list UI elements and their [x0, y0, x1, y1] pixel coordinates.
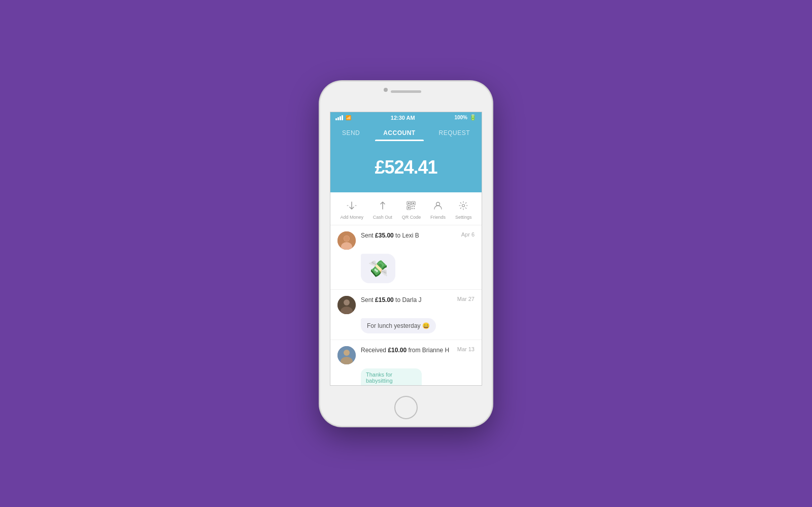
avatar — [337, 231, 356, 250]
transaction-text: Sent £35.00 to Lexi B — [361, 231, 419, 240]
svg-rect-8 — [412, 208, 413, 209]
phone-device: 📶 12:30 AM 100% 🔋 SEND ACCOUNT REQUEST £… — [320, 81, 492, 426]
settings-icon — [456, 198, 470, 213]
transaction-info: Sent £35.00 to Lexi B Apr 6 — [361, 231, 475, 240]
babysitting-message: Thanks for babysitting — [361, 368, 422, 386]
avatar — [337, 296, 356, 314]
qr-code-label: QR Code — [402, 215, 421, 220]
qr-code-button[interactable]: QR Code — [402, 198, 421, 220]
tab-request[interactable]: REQUEST — [431, 125, 479, 141]
transaction-info: Received £10.00 from Brianne H Mar 13 — [361, 346, 475, 355]
svg-point-15 — [344, 235, 350, 241]
wifi-icon: 📶 — [346, 115, 351, 120]
transaction-text: Sent £15.00 to Darla J — [361, 296, 421, 305]
settings-label: Settings — [455, 215, 472, 220]
transaction-message-text: For lunch yesterday 😄 — [361, 318, 436, 333]
tab-send[interactable]: SEND — [334, 125, 368, 141]
transaction-item[interactable]: Received £10.00 from Brianne H Mar 13 Th… — [330, 340, 482, 386]
nav-tabs: SEND ACCOUNT REQUEST — [330, 123, 482, 143]
transaction-header: Received £10.00 from Brianne H Mar 13 — [337, 346, 475, 364]
add-money-button[interactable]: Add Money — [340, 198, 363, 220]
signal-icon — [335, 115, 343, 120]
cash-out-button[interactable]: Cash Out — [373, 198, 392, 220]
friends-icon — [431, 198, 445, 213]
transaction-message-emoji: 💸 — [361, 254, 395, 283]
friends-button[interactable]: Friends — [430, 198, 446, 220]
action-buttons-row: Add Money Cash Out — [330, 192, 482, 225]
status-bar: 📶 12:30 AM 100% 🔋 — [330, 112, 482, 123]
status-time: 12:30 AM — [391, 115, 415, 121]
status-right: 100% 🔋 — [454, 114, 477, 121]
avatar — [337, 346, 356, 364]
phone-screen: 📶 12:30 AM 100% 🔋 SEND ACCOUNT REQUEST £… — [330, 112, 482, 386]
balance-amount: £524.41 — [330, 157, 482, 178]
battery-icon: 🔋 — [469, 114, 477, 121]
transaction-date: Mar 13 — [457, 346, 475, 352]
friends-label: Friends — [430, 215, 446, 220]
status-left: 📶 — [335, 115, 351, 120]
svg-rect-9 — [414, 208, 415, 209]
svg-rect-5 — [408, 207, 410, 209]
svg-point-11 — [462, 204, 465, 207]
svg-point-19 — [344, 299, 350, 305]
transaction-text: Received £10.00 from Brianne H — [361, 346, 449, 355]
svg-rect-3 — [413, 202, 414, 204]
transaction-date: Apr 6 — [461, 231, 475, 238]
svg-point-21 — [344, 350, 350, 356]
svg-rect-7 — [414, 206, 415, 207]
transaction-message-image: Thanks for babysitting — [361, 368, 422, 386]
settings-button[interactable]: Settings — [455, 198, 472, 220]
battery-percentage: 100% — [454, 115, 467, 120]
transaction-item[interactable]: Sent £35.00 to Lexi B Apr 6 💸 — [330, 225, 482, 290]
svg-rect-6 — [412, 206, 413, 207]
cash-out-icon — [376, 198, 390, 213]
cash-out-label: Cash Out — [373, 215, 392, 220]
phone-camera — [384, 88, 388, 92]
phone-speaker — [391, 90, 421, 93]
home-button[interactable] — [394, 396, 418, 419]
add-money-icon — [345, 198, 359, 213]
transaction-item[interactable]: Sent £15.00 to Darla J Mar 27 For lunch … — [330, 290, 482, 340]
add-money-label: Add Money — [340, 215, 363, 220]
balance-area: £524.41 — [330, 143, 482, 192]
transaction-header: Sent £15.00 to Darla J Mar 27 — [337, 296, 475, 314]
tab-account[interactable]: ACCOUNT — [375, 125, 424, 141]
transactions-list: Sent £35.00 to Lexi B Apr 6 💸 — [330, 225, 482, 386]
transaction-date: Mar 27 — [457, 296, 475, 302]
transaction-header: Sent £35.00 to Lexi B Apr 6 — [337, 231, 475, 250]
transaction-info: Sent £15.00 to Darla J Mar 27 — [361, 296, 475, 305]
qr-code-icon — [404, 198, 418, 213]
svg-rect-1 — [408, 202, 410, 204]
